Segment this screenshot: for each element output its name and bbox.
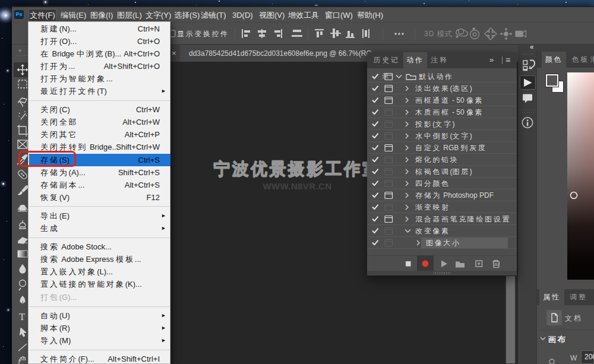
svg-text:3D 模式：: 3D 模式： bbox=[424, 30, 460, 38]
svg-text:T: T bbox=[19, 311, 26, 322]
svg-text:显示变换控件: 显示变换控件 bbox=[177, 30, 229, 38]
svg-text:»: » bbox=[18, 48, 21, 53]
